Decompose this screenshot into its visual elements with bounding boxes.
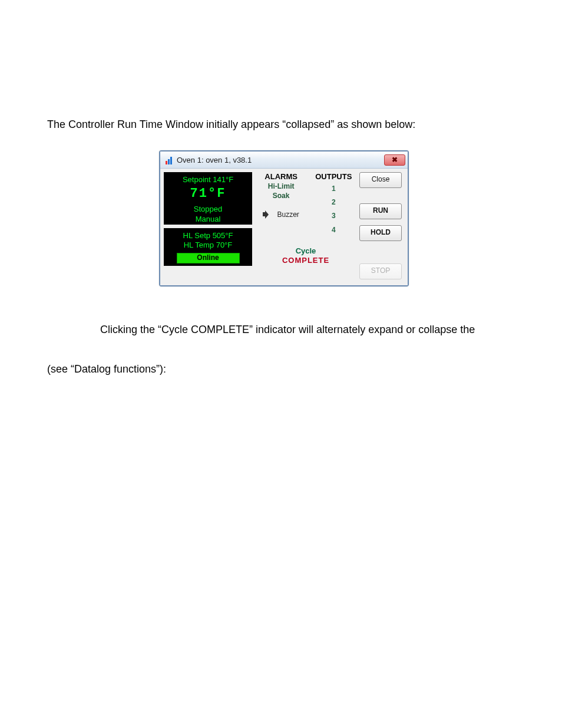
document-page: The Controller Run Time Window initially… bbox=[0, 0, 562, 728]
close-button[interactable]: Close bbox=[359, 172, 402, 188]
window-title: Oven 1: oven 1, v38.1 bbox=[177, 156, 252, 164]
status-panel-hilimit: HL Setp 505°F HL Temp 70°F Online bbox=[164, 228, 252, 266]
status-panel-main: Setpoint 141°F 71°F Stopped Manual bbox=[164, 172, 252, 225]
speaker-icon bbox=[263, 210, 271, 219]
close-x-glyph: ✖ bbox=[392, 156, 398, 163]
alarms-header: ALARMS bbox=[252, 172, 310, 181]
titlebar[interactable]: Oven 1: oven 1, v38.1 ✖ bbox=[160, 151, 408, 169]
output-1: 1 bbox=[310, 183, 357, 195]
alarm-soak: Soak bbox=[252, 192, 310, 200]
window-close-icon[interactable]: ✖ bbox=[384, 154, 405, 166]
output-2: 2 bbox=[310, 197, 357, 208]
hold-button[interactable]: HOLD bbox=[359, 225, 402, 241]
status-online-badge: Online bbox=[177, 253, 240, 263]
figure-wrapper: Oven 1: oven 1, v38.1 ✖ Setpoint 141°F 7… bbox=[47, 150, 521, 286]
stop-button[interactable]: STOP bbox=[359, 263, 402, 279]
alarm-hi-limit: Hi-Limit bbox=[252, 182, 310, 190]
status-hl-setp: HL Setp 505°F bbox=[164, 231, 252, 240]
run-button[interactable]: RUN bbox=[359, 203, 402, 219]
window-client-area: Setpoint 141°F 71°F Stopped Manual HL Se… bbox=[160, 169, 408, 285]
output-3: 3 bbox=[310, 210, 357, 222]
buzzer-indicator[interactable]: Buzzer bbox=[252, 210, 310, 219]
app-icon bbox=[164, 155, 173, 164]
status-hl-temp: HL Temp 70°F bbox=[164, 241, 252, 249]
buzzer-label: Buzzer bbox=[277, 210, 299, 219]
cycle-complete-indicator[interactable]: Cycle COMPLETE bbox=[252, 246, 359, 266]
paragraph-see-datalog: (see “Datalog functions”): bbox=[47, 361, 521, 377]
output-4: 4 bbox=[310, 225, 357, 236]
status-setpoint: Setpoint 141°F bbox=[164, 175, 252, 185]
status-temp: 71°F bbox=[164, 186, 252, 202]
status-state: Stopped bbox=[164, 205, 252, 214]
cycle-line1: Cycle bbox=[252, 246, 359, 256]
cycle-line2: COMPLETE bbox=[252, 256, 359, 265]
paragraph-intro: The Controller Run Time Window initially… bbox=[47, 117, 521, 133]
runtime-window: Oven 1: oven 1, v38.1 ✖ Setpoint 141°F 7… bbox=[159, 150, 409, 286]
outputs-header: OUTPUTS bbox=[310, 172, 357, 181]
status-mode: Manual bbox=[164, 215, 252, 224]
paragraph-click-cycle: Clicking the “Cycle COMPLETE” indicator … bbox=[100, 322, 521, 338]
